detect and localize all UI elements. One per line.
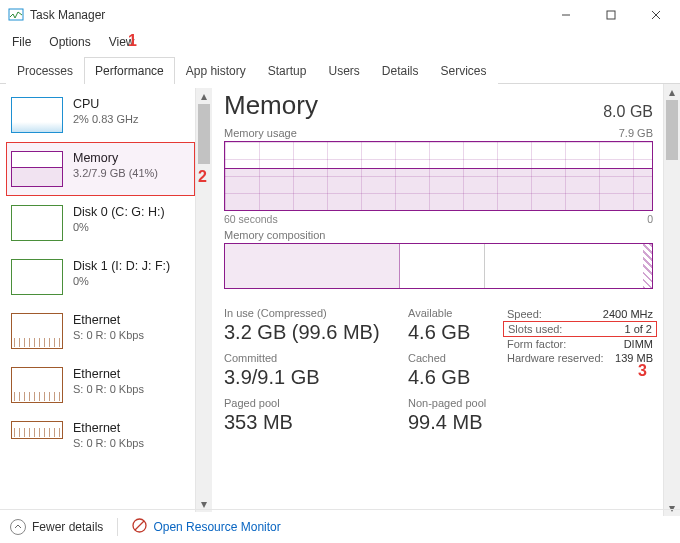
svg-rect-2 <box>607 11 615 19</box>
sidebar-item-label: Disk 1 (I: D: J: F:) <box>73 259 170 273</box>
x-axis-left: 60 seconds <box>224 213 278 225</box>
memory-usage-graph <box>224 141 653 211</box>
footer: Fewer details Open Resource Monitor <box>0 509 680 543</box>
sidebar-scrollbar[interactable]: ▴ ▾ <box>195 88 212 512</box>
sidebar: CPU 2% 0.83 GHz Memory 3.2/7.9 GB (41%) … <box>0 84 214 516</box>
sidebar-item-ethernet[interactable]: Ethernet S: 0 R: 0 Kbps <box>6 304 195 358</box>
x-axis-right: 0 <box>647 213 653 225</box>
sidebar-item-sub: 0% <box>73 221 165 233</box>
memory-thumb-icon <box>11 151 63 187</box>
sidebar-item-label: Ethernet <box>73 367 144 381</box>
sidebar-item-disk0[interactable]: Disk 0 (C: G: H:) 0% <box>6 196 195 250</box>
taskmgr-icon <box>8 7 24 23</box>
eth-thumb-icon <box>11 421 63 439</box>
eth-thumb-icon <box>11 313 63 349</box>
paged-label: Paged pool <box>224 397 394 409</box>
menubar: File Options View <box>0 30 680 54</box>
eth-thumb-icon <box>11 367 63 403</box>
close-button[interactable] <box>633 1 678 29</box>
minimize-button[interactable] <box>543 1 588 29</box>
divider <box>117 518 118 536</box>
cpu-thumb-icon <box>11 97 63 133</box>
disk-thumb-icon <box>11 259 63 295</box>
sidebar-item-label: CPU <box>73 97 138 111</box>
maximize-button[interactable] <box>588 1 633 29</box>
detail-row: Form factor:DIMM <box>507 337 653 351</box>
sidebar-item-sub: S: 0 R: 0 Kbps <box>73 329 144 341</box>
main-scrollbar[interactable]: ▴ ▾ <box>663 84 680 516</box>
scrollbar-thumb[interactable] <box>666 100 678 160</box>
sidebar-list: CPU 2% 0.83 GHz Memory 3.2/7.9 GB (41%) … <box>6 88 195 512</box>
memory-capacity: 8.0 GB <box>603 103 653 121</box>
sidebar-item-ethernet[interactable]: Ethernet S: 0 R: 0 Kbps <box>6 358 195 412</box>
svg-line-6 <box>135 521 144 530</box>
menu-options[interactable]: Options <box>41 33 98 51</box>
sidebar-item-disk1[interactable]: Disk 1 (I: D: J: F:) 0% <box>6 250 195 304</box>
detail-row: Speed:2400 MHz <box>507 307 653 321</box>
tab-startup[interactable]: Startup <box>257 57 318 84</box>
cached-value: 4.6 GB <box>408 366 493 389</box>
sidebar-item-label: Disk 0 (C: G: H:) <box>73 205 165 219</box>
sidebar-item-memory[interactable]: Memory 3.2/7.9 GB (41%) <box>6 142 195 196</box>
sidebar-item-sub: S: 0 R: 0 Kbps <box>73 437 144 449</box>
composition-label: Memory composition <box>224 229 325 241</box>
fewer-details-button[interactable]: Fewer details <box>10 519 103 535</box>
committed-value: 3.9/9.1 GB <box>224 366 394 389</box>
orm-label: Open Resource Monitor <box>153 520 280 534</box>
nonpaged-label: Non-paged pool <box>408 397 493 409</box>
tabbar: Processes Performance App history Startu… <box>0 54 680 84</box>
tab-apphistory[interactable]: App history <box>175 57 257 84</box>
sidebar-item-ethernet[interactable]: Ethernet S: 0 R: 0 Kbps <box>6 412 195 450</box>
available-label: Available <box>408 307 493 319</box>
memory-stats: In use (Compressed) 3.2 GB (99.6 MB) Com… <box>224 307 653 434</box>
tab-processes[interactable]: Processes <box>6 57 84 84</box>
inuse-value: 3.2 GB (99.6 MB) <box>224 321 394 344</box>
sidebar-item-cpu[interactable]: CPU 2% 0.83 GHz <box>6 88 195 142</box>
sidebar-item-sub: 2% 0.83 GHz <box>73 113 138 125</box>
content: CPU 2% 0.83 GHz Memory 3.2/7.9 GB (41%) … <box>0 84 680 516</box>
open-resource-monitor-link[interactable]: Open Resource Monitor <box>132 518 280 536</box>
cached-label: Cached <box>408 352 493 364</box>
inuse-label: In use (Compressed) <box>224 307 394 319</box>
disk-thumb-icon <box>11 205 63 241</box>
sidebar-item-sub: S: 0 R: 0 Kbps <box>73 383 144 395</box>
scrollbar-thumb[interactable] <box>198 104 210 164</box>
resource-monitor-icon <box>132 518 147 536</box>
usage-graph-max: 7.9 GB <box>619 127 653 139</box>
detail-row-slots: Slots used:1 of 2 <box>503 321 657 337</box>
tab-details[interactable]: Details <box>371 57 430 84</box>
menu-file[interactable]: File <box>4 33 39 51</box>
titlebar: Task Manager <box>0 0 680 30</box>
sidebar-item-label: Ethernet <box>73 421 144 435</box>
tab-users[interactable]: Users <box>317 57 370 84</box>
sidebar-item-label: Memory <box>73 151 158 165</box>
page-title: Memory <box>224 90 318 121</box>
detail-row: Hardware reserved:139 MB <box>507 351 653 365</box>
menu-view[interactable]: View <box>101 33 143 51</box>
tab-performance[interactable]: Performance <box>84 57 175 84</box>
paged-value: 353 MB <box>224 411 394 434</box>
sidebar-item-sub: 3.2/7.9 GB (41%) <box>73 167 158 179</box>
fewer-details-label: Fewer details <box>32 520 103 534</box>
memory-composition-graph <box>224 243 653 289</box>
chevron-up-icon[interactable]: ▴ <box>196 88 212 104</box>
window-title: Task Manager <box>30 8 543 22</box>
committed-label: Committed <box>224 352 394 364</box>
sidebar-item-sub: 0% <box>73 275 170 287</box>
nonpaged-value: 99.4 MB <box>408 411 493 434</box>
tab-services[interactable]: Services <box>430 57 498 84</box>
main-panel: Memory 8.0 GB Memory usage 7.9 GB 60 sec… <box>214 84 680 516</box>
sidebar-item-label: Ethernet <box>73 313 144 327</box>
chevron-up-icon <box>10 519 26 535</box>
usage-graph-label: Memory usage <box>224 127 297 139</box>
chevron-up-icon[interactable]: ▴ <box>664 84 680 100</box>
available-value: 4.6 GB <box>408 321 493 344</box>
